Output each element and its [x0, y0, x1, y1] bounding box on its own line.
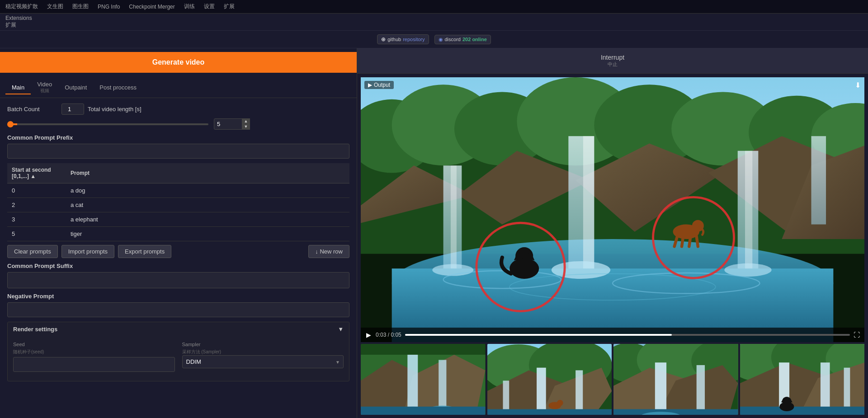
tabs: Main Video 视频 Outpaint Post proccess	[0, 76, 357, 98]
nav-svd[interactable]: 稳定视频扩散	[5, 3, 38, 10]
suffix-section: Common Prompt Suffix	[7, 263, 349, 288]
nav-extensions[interactable]: 扩展	[224, 3, 235, 10]
batch-count-input[interactable]	[61, 103, 84, 115]
render-settings-header[interactable]: Render settings ▼	[8, 322, 349, 336]
tab-postprocess[interactable]: Post proccess	[93, 81, 143, 94]
export-prompts-button[interactable]: Export prompts	[118, 245, 171, 258]
table-row: 3a elephant	[7, 212, 349, 227]
svg-rect-47	[439, 360, 446, 406]
spin-down[interactable]: ▼	[242, 124, 250, 130]
discord-label: discord	[445, 37, 461, 42]
interrupt-button[interactable]: Interrupt 中止	[357, 48, 868, 74]
nav-i2i[interactable]: 图生图	[72, 3, 89, 10]
cell-second[interactable]: 0	[7, 183, 66, 198]
tab-video[interactable]: Video 视频	[31, 78, 58, 98]
col-start-at[interactable]: Start at second [0,1,...]	[7, 163, 66, 183]
render-row-1: Seed 随机种子(seed) -1 Sampler 采样方法 (Sampler…	[13, 342, 344, 372]
extensions-sublabel: 扩展	[5, 22, 16, 28]
time-current: 0:03	[376, 332, 386, 338]
suffix-input[interactable]	[7, 272, 349, 288]
download-button[interactable]: ⬇	[855, 81, 861, 89]
nav-checkpoint[interactable]: Checkpoint Merger	[129, 4, 175, 10]
nav-png[interactable]: PNG Info	[98, 4, 120, 10]
github-label: github	[387, 37, 401, 42]
thumbnail-1[interactable]	[361, 344, 486, 415]
tab-main[interactable]: Main	[5, 81, 31, 94]
discord-icon: ◉	[439, 37, 443, 42]
progress-bar[interactable]	[405, 334, 850, 336]
tab-outpaint[interactable]: Outpaint	[58, 81, 93, 94]
generate-button[interactable]: Generate video	[0, 52, 357, 73]
play-button[interactable]: ▶	[365, 330, 372, 339]
render-settings-body: Seed 随机种子(seed) -1 Sampler 采样方法 (Sampler…	[8, 336, 349, 381]
svg-rect-58	[576, 370, 583, 412]
interrupt-sublabel: 中止	[363, 61, 863, 68]
cell-prompt[interactable]: a dog	[66, 183, 349, 198]
batch-slider[interactable]	[7, 123, 208, 125]
total-length-label: Total video length [s]	[88, 106, 142, 113]
svg-rect-57	[537, 368, 546, 414]
cell-prompt[interactable]: a elephant	[66, 212, 349, 227]
cell-second[interactable]: 2	[7, 198, 66, 212]
table-row: 5tiger	[7, 227, 349, 241]
output-badge: ▶ Output	[364, 81, 394, 89]
discord-link[interactable]: ◉ discord 202 online	[434, 35, 491, 44]
cell-second[interactable]: 5	[7, 227, 66, 241]
prefix-input[interactable]: Huge spectacular Waterfall in	[7, 144, 349, 159]
spin-up[interactable]: ▲	[242, 118, 250, 124]
time-display: 0:03 / 0:05	[376, 332, 401, 338]
batch-count-label: Batch Count	[7, 106, 61, 113]
fullscreen-button[interactable]: ⛶	[854, 331, 860, 338]
sampler-select-wrap: DDIM PLMS Euler Euler a DPM++ LMS	[182, 355, 344, 368]
cell-second[interactable]: 3	[7, 212, 66, 227]
thumbnail-4[interactable]	[740, 344, 865, 415]
left-panel: Generate video Main Video 视频 Outpaint Po…	[0, 48, 357, 418]
table-row: 2a cat	[7, 198, 349, 212]
extensions-bar: Extensions 扩展	[0, 14, 868, 31]
svg-rect-70	[655, 362, 666, 414]
svg-point-24	[552, 261, 610, 279]
slider-container	[7, 123, 208, 125]
svg-rect-22	[745, 151, 752, 268]
suffix-label: Common Prompt Suffix	[7, 263, 349, 269]
prefix-section: Common Prompt Prefix Huge spectacular Wa…	[7, 134, 349, 159]
negative-input[interactable]: frames, border, edges, borderline, text,…	[7, 302, 349, 317]
import-prompts-button[interactable]: Import prompts	[61, 245, 114, 258]
sampler-select[interactable]: DDIM PLMS Euler Euler a DPM++ LMS	[182, 355, 344, 368]
total-length-input-wrap: ▲ ▼	[214, 118, 250, 130]
svg-line-35	[697, 236, 698, 247]
nav-settings[interactable]: 设置	[204, 3, 215, 10]
video-controls: ▶ 0:03 / 0:05 ⛶	[361, 328, 864, 342]
svg-rect-84	[740, 407, 865, 415]
cell-prompt[interactable]: tiger	[66, 227, 349, 241]
video-player: ▶ Output ⬇ ▶ 0:03 / 0:05 ⛶	[361, 77, 864, 342]
svg-rect-20	[451, 165, 457, 268]
col-prompt[interactable]: Prompt	[66, 163, 349, 183]
seed-input[interactable]: -1	[13, 357, 175, 372]
extensions-label[interactable]: Extensions	[5, 15, 32, 21]
thumbnail-2[interactable]	[487, 344, 612, 415]
render-settings-toggle: ▼	[338, 326, 344, 333]
output-label-text: Output	[374, 82, 390, 88]
github-link[interactable]: ⊕ github repository	[377, 34, 429, 44]
table-row: 0a dog	[7, 183, 349, 198]
action-buttons: Clear prompts Import prompts Export prom…	[7, 245, 349, 258]
video-scene	[361, 77, 864, 342]
new-row-button[interactable]: ↓ New row	[308, 245, 349, 258]
online-count: 202 online	[462, 37, 487, 42]
slider-row: ▲ ▼	[7, 118, 349, 130]
batch-count-row: Batch Count Total video length [s]	[7, 103, 349, 115]
seed-col: Seed 随机种子(seed) -1	[13, 342, 175, 372]
clear-prompts-button[interactable]: Clear prompts	[7, 245, 58, 258]
tab-content-main: Batch Count Total video length [s] ▲ ▼	[0, 98, 357, 418]
nav-train[interactable]: 训练	[184, 3, 195, 10]
thumbnail-3[interactable]	[613, 344, 738, 415]
link-bar: ⊕ github repository ◉ discord 202 online	[0, 31, 868, 48]
github-sub: repository	[403, 37, 425, 42]
main-container: Generate video Main Video 视频 Outpaint Po…	[0, 48, 868, 418]
nav-t2i[interactable]: 文生图	[47, 3, 63, 10]
cell-prompt[interactable]: a cat	[66, 198, 349, 212]
svg-rect-60	[487, 409, 612, 415]
svg-rect-18	[583, 136, 594, 268]
sampler-label: Sampler	[182, 342, 344, 347]
